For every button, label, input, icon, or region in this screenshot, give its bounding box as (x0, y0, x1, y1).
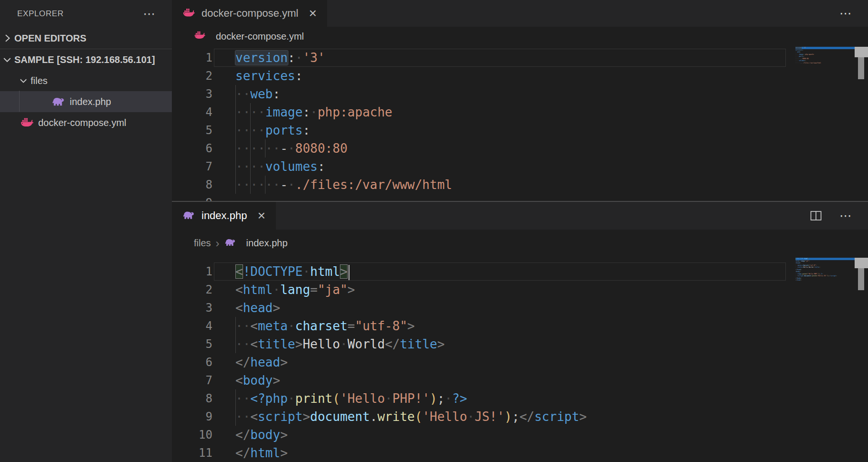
split-editor-icon[interactable] (810, 210, 822, 222)
line-content[interactable] (212, 194, 868, 201)
code-line[interactable]: 4··<meta·charset="utf-8"> (172, 317, 868, 335)
line-content[interactable]: ··<title>Hello·World</title> (212, 335, 868, 353)
tab-docker-compose-yml[interactable]: docker-compose.yml× (172, 0, 327, 27)
line-content[interactable]: <head> (212, 299, 868, 317)
code-token: html (310, 264, 340, 279)
code-editor[interactable]: 1version:·'3'2services:3··web:4····image… (172, 46, 868, 201)
code-line[interactable]: 1version:·'3' (172, 49, 868, 67)
chevron-down-icon[interactable] (0, 52, 14, 67)
code-token: > (819, 266, 820, 268)
code-token: body (250, 428, 280, 442)
code-line[interactable]: 9 (172, 194, 868, 201)
code-line[interactable]: 8··<?php·print('Hello·PHP!');·?> (172, 389, 868, 408)
indent-guide (265, 139, 265, 158)
code-line[interactable]: 7····volumes: (172, 158, 868, 176)
code-line[interactable]: 5··<title>Hello·World</title> (172, 335, 868, 353)
explorer-more-icon[interactable]: ⋯ (143, 11, 156, 16)
line-content[interactable]: ··web: (212, 85, 868, 103)
code-line[interactable]: 7<body> (172, 371, 868, 389)
code-line[interactable]: 6······-·8080:80 (172, 139, 868, 158)
code-line[interactable]: 4····image:·php:apache (172, 103, 868, 121)
code-token: < (235, 264, 243, 279)
line-number: 3 (172, 299, 212, 317)
code-token: PHP!' (814, 273, 818, 275)
line-content[interactable]: </head> (212, 353, 868, 371)
tab-close-icon[interactable]: × (309, 9, 317, 18)
code-token: script (534, 410, 579, 424)
code-token: ) (430, 391, 437, 406)
line-content[interactable]: ··<script>document.write('Hello·JS!');</… (212, 408, 868, 426)
chevron-right-icon[interactable] (0, 31, 14, 45)
indent-guide (235, 85, 236, 103)
scrollbar-thumb-cap[interactable] (855, 258, 868, 268)
breadcrumb-item[interactable]: files (194, 238, 211, 249)
whitespace-dots: · (310, 105, 318, 119)
tree-item-index-php[interactable]: index.php (0, 91, 172, 112)
whitespace-dots: ·· (235, 319, 250, 333)
explorer-section-workspace[interactable]: SAMPLE [SSH: 192.168.56.101] (0, 49, 172, 70)
line-content[interactable]: </html> (212, 444, 868, 462)
minimap[interactable]: <!DOCTYPE·html><html·lang="ja"><head>··<… (795, 257, 855, 462)
breadcrumb-item[interactable]: index.php (224, 237, 288, 250)
code-line[interactable]: 2services: (172, 67, 868, 85)
indent-guide (250, 139, 251, 158)
scrollbar-thumb[interactable] (858, 268, 864, 290)
code-token: > (280, 446, 288, 460)
minimap[interactable]: version:·'3'services:··web:····image:·ph… (795, 46, 855, 201)
code-token: < (250, 410, 258, 424)
code-line[interactable]: 6</head> (172, 353, 868, 371)
line-content[interactable]: version:·'3' (212, 49, 868, 67)
code-token: ; (512, 410, 519, 424)
code-line[interactable]: 2<html·lang="ja"> (172, 281, 868, 299)
code-token: head (797, 269, 801, 271)
tab-index-php[interactable]: index.php× (172, 202, 276, 230)
line-content[interactable]: ······-·8080:80 (212, 139, 868, 158)
code-token: html (804, 258, 807, 260)
line-content[interactable]: ··<?php·print('Hello·PHP!');·?> (212, 389, 868, 408)
line-content[interactable]: <html·lang="ja"> (212, 281, 868, 299)
line-content[interactable]: </body> (212, 426, 868, 444)
whitespace-dots: · (288, 141, 296, 156)
line-content[interactable]: <body> (212, 371, 868, 389)
scrollbar-thumb[interactable] (858, 57, 864, 79)
code-line[interactable]: 3<head> (172, 299, 868, 317)
code-line[interactable]: 10</body> (172, 426, 868, 444)
code-token: ?> (452, 391, 467, 406)
line-content[interactable]: services: (212, 67, 868, 85)
code-token: <?php (797, 273, 802, 275)
tree-item-files[interactable]: files (0, 70, 172, 91)
code-line[interactable]: 3··web: (172, 85, 868, 103)
code-token: > (437, 337, 445, 351)
vertical-scrollbar[interactable] (855, 257, 868, 462)
explorer-section-open-editors[interactable]: OPEN EDITORS (0, 28, 172, 49)
code-token: < (250, 337, 258, 351)
code-editor[interactable]: 1<!DOCTYPE·html>2<html·lang="ja">3<head>… (172, 257, 868, 462)
line-content[interactable]: <!DOCTYPE·html> (212, 262, 868, 281)
php-elephant-icon (182, 209, 196, 222)
code-token: php:apache (318, 105, 392, 119)
code-line[interactable]: 11</html> (172, 444, 868, 462)
line-content[interactable]: ····volumes: (212, 158, 868, 176)
indent-guide (265, 176, 265, 194)
whitespace-dots: · (340, 337, 348, 351)
more-icon[interactable]: ⋯ (839, 6, 852, 21)
code-line[interactable]: 8······-·./files:/var/www/html (172, 176, 868, 194)
code-token: 'Hello (817, 275, 823, 277)
line-content[interactable]: ··<meta·charset="utf-8"> (212, 317, 868, 335)
tree-item-docker-compose-yml[interactable]: docker-compose.yml (0, 112, 172, 133)
vertical-scrollbar[interactable] (855, 46, 868, 201)
more-icon[interactable]: ⋯ (839, 209, 852, 223)
code-token: head (796, 262, 800, 264)
chevron-down-icon[interactable] (16, 74, 31, 88)
code-token: !DOCTYPE (243, 264, 303, 279)
code-token: > (579, 410, 587, 424)
line-content[interactable]: ····ports: (212, 121, 868, 139)
scrollbar-thumb-cap[interactable] (855, 47, 868, 57)
line-content[interactable]: ······-·./files:/var/www/html (212, 176, 868, 194)
breadcrumb-item[interactable]: docker-compose.yml (194, 30, 304, 43)
code-line[interactable]: 9··<script>document.write('Hello·JS!');<… (172, 408, 868, 426)
tab-close-icon[interactable]: × (257, 211, 265, 220)
code-line[interactable]: 5····ports: (172, 121, 868, 139)
line-content[interactable]: ····image:·php:apache (212, 103, 868, 121)
code-line[interactable]: 1<!DOCTYPE·html> (172, 262, 868, 281)
